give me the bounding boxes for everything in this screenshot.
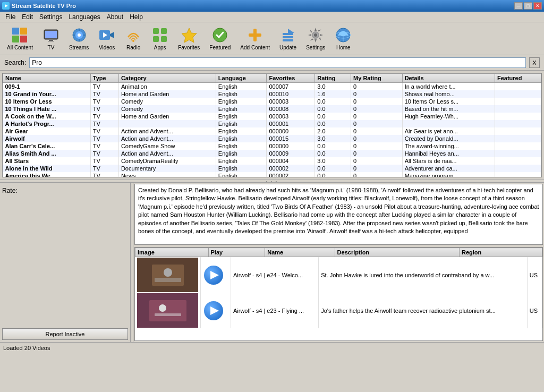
play-button[interactable] <box>203 265 224 286</box>
videos-icon <box>98 27 115 44</box>
cell-featured <box>495 127 541 135</box>
cell-favorites: 000002 <box>267 172 315 177</box>
search-clear-button[interactable]: X <box>529 57 540 68</box>
col-header-category[interactable]: Category <box>118 74 216 83</box>
update-label: Update <box>279 45 296 50</box>
right-panel: Created by Donald P. Bellisario, who had… <box>133 183 544 342</box>
episode-row[interactable]: Airwolf - s4 | e24 - Welco... St. John H… <box>135 257 542 293</box>
cell-rating: 0.0 <box>315 105 351 113</box>
cell-rating: 0.0 <box>315 150 351 157</box>
ep-thumb <box>135 293 201 328</box>
episodes-scroll[interactable]: Airwolf - s4 | e24 - Welco... St. John H… <box>135 257 542 340</box>
toolbar-home[interactable]: Home <box>331 24 355 53</box>
cell-name: All Stars <box>3 157 91 165</box>
cell-favorites: 000003 <box>267 98 315 105</box>
settings-icon <box>307 27 324 44</box>
col-header-favorites[interactable]: Favorites <box>267 74 315 83</box>
cell-category: Home and Garden <box>118 90 216 98</box>
cell-myrating: 0 <box>351 113 403 120</box>
cell-language: English <box>216 157 267 165</box>
ep-col-region[interactable]: Region <box>459 248 542 257</box>
ep-col-description[interactable]: Description <box>335 248 459 257</box>
add-content-icon <box>246 27 264 44</box>
cell-type: TV <box>90 135 118 142</box>
cell-details: Hugh Fearnley-Wh... <box>402 113 495 120</box>
menu-help[interactable]: Help <box>126 12 146 22</box>
ep-region: US <box>527 293 542 328</box>
episode-thumbnail <box>137 258 198 292</box>
cell-myrating: 0 <box>351 90 403 98</box>
col-header-details[interactable]: Details <box>402 74 495 83</box>
ep-thumb <box>135 257 201 293</box>
report-inactive-button[interactable]: Report Inactive <box>2 328 128 340</box>
menu-languages[interactable]: Languages <box>65 12 103 22</box>
table-row[interactable]: A Harlot's Progr... TV English 000001 0.… <box>3 120 541 127</box>
toolbar-streams[interactable]: Streams <box>65 24 92 53</box>
ep-col-name[interactable]: Name <box>265 248 335 257</box>
title-bar-buttons: ─ □ ✕ <box>514 2 542 10</box>
table-row[interactable]: Alan Carr's Cele... TV ComedyGame Show E… <box>3 142 541 150</box>
cell-language: English <box>216 135 267 142</box>
toolbar-videos[interactable]: Videos <box>95 24 119 53</box>
cell-rating: 2.0 <box>315 127 351 135</box>
cell-myrating: 0 <box>351 127 403 135</box>
toolbar-apps[interactable]: Apps <box>148 24 172 53</box>
col-header-featured[interactable]: Featured <box>495 74 541 83</box>
toolbar-settings[interactable]: Settings <box>302 24 329 53</box>
svg-point-12 <box>78 33 81 37</box>
maximize-button[interactable]: □ <box>524 2 532 10</box>
svg-rect-43 <box>155 313 181 316</box>
table-row[interactable]: Alone in the Wild TV Documentary English… <box>3 165 541 172</box>
svg-marker-21 <box>182 28 197 42</box>
toolbar-tv[interactable]: TV <box>39 24 63 53</box>
home-icon <box>335 27 352 44</box>
featured-icon <box>211 27 228 44</box>
cell-details: Based on the hit m... <box>402 105 495 113</box>
table-row[interactable]: 10 Items Or Less TV Comedy English 00000… <box>3 98 541 105</box>
play-button[interactable] <box>203 300 224 321</box>
episode-row[interactable]: Airwolf - s4 | e23 - Flying ... Jo's fat… <box>135 293 542 328</box>
toolbar-favorites[interactable]: Favorites <box>174 24 203 53</box>
tv-label: TV <box>48 45 55 50</box>
table-row[interactable]: Airwolf TV Action and Advent... English … <box>3 135 541 142</box>
toolbar-add-content[interactable]: Add Content <box>236 24 274 53</box>
table-row[interactable]: 009-1 TV Animation English 000007 3.0 0 … <box>3 83 541 91</box>
table-row[interactable]: All Stars TV ComedyDramaReality English … <box>3 157 541 165</box>
table-row[interactable]: 10 Grand in Your... TV Home and Garden E… <box>3 90 541 98</box>
col-header-type[interactable]: Type <box>90 74 118 83</box>
toolbar-featured[interactable]: Featured <box>206 24 234 53</box>
toolbar-radio[interactable]: Radio <box>121 24 146 53</box>
table-row[interactable]: A Cook on the W... TV Home and Garden En… <box>3 113 541 120</box>
toolbar-update[interactable]: Update <box>276 24 300 53</box>
table-row[interactable]: Alias Smith And ... TV Action and Advent… <box>3 150 541 157</box>
menu-about[interactable]: About <box>104 12 126 22</box>
col-header-myrating[interactable]: My Rating <box>351 74 403 83</box>
cell-featured <box>495 90 541 98</box>
cell-type: TV <box>90 105 118 113</box>
col-header-rating[interactable]: Rating <box>315 74 351 83</box>
col-header-language[interactable]: Language <box>216 74 267 83</box>
toolbar-all-content[interactable]: All Content <box>3 24 37 53</box>
minimize-button[interactable]: ─ <box>514 2 523 10</box>
col-header-name[interactable]: Name <box>3 74 91 83</box>
menu-settings[interactable]: Settings <box>36 12 65 22</box>
search-input[interactable] <box>29 57 526 68</box>
favorites-label: Favorites <box>178 45 200 50</box>
table-row[interactable]: America this We... TV News English 00000… <box>3 172 541 177</box>
ep-col-play[interactable]: Play <box>208 248 265 257</box>
table-row[interactable]: 10 Things I Hate ... TV Comedy English 0… <box>3 105 541 113</box>
cell-language: English <box>216 142 267 150</box>
table-scroll[interactable]: Name Type Category Language Favorites Ra… <box>3 73 541 177</box>
radio-icon <box>125 27 142 44</box>
cell-type: TV <box>90 113 118 120</box>
svg-rect-2 <box>12 28 19 35</box>
ep-col-image[interactable]: Image <box>135 248 209 257</box>
cell-featured <box>495 150 541 157</box>
menu-edit[interactable]: Edit <box>19 12 36 22</box>
cell-type: TV <box>90 120 118 127</box>
menu-file[interactable]: File <box>2 12 19 22</box>
cell-rating: 0.0 <box>315 165 351 172</box>
table-row[interactable]: Air Gear TV Action and Advent... English… <box>3 127 541 135</box>
cell-type: TV <box>90 157 118 165</box>
close-button[interactable]: ✕ <box>533 2 542 10</box>
